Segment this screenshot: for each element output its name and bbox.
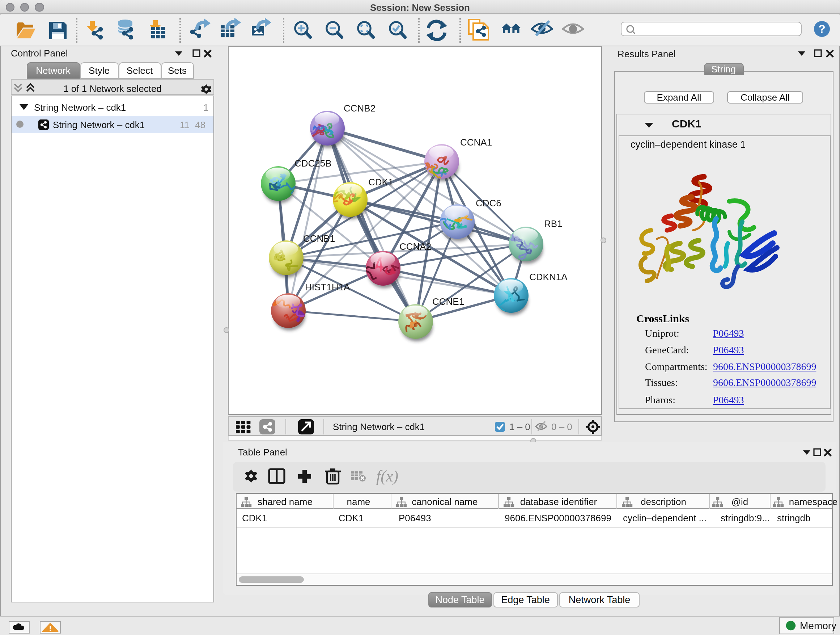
svg-text:name: name [346, 496, 370, 507]
svg-text:CCNE1: CCNE1 [432, 296, 464, 307]
svg-text:RB1: RB1 [544, 218, 562, 229]
svg-text:description: description [640, 496, 686, 507]
svg-text:CCNA1: CCNA1 [460, 137, 492, 148]
svg-text:namespace: namespace [789, 496, 837, 507]
svg-text:shared name: shared name [257, 496, 312, 507]
svg-text:CCNB2: CCNB2 [344, 103, 376, 114]
svg-text:CDC6: CDC6 [476, 198, 501, 209]
svg-text:HIST1H1A: HIST1H1A [305, 282, 350, 293]
svg-text:@id: @id [731, 496, 748, 507]
svg-text:CDKN1A: CDKN1A [529, 272, 568, 282]
svg-text:CCNB1: CCNB1 [303, 233, 335, 244]
svg-text:CDC25B: CDC25B [294, 158, 332, 169]
svg-text:canonical name: canonical name [411, 496, 477, 507]
svg-text:?: ? [818, 22, 826, 35]
svg-text:CDK1: CDK1 [368, 177, 393, 187]
svg-text:f(x): f(x) [376, 467, 398, 485]
svg-text:0 – 0: 0 – 0 [551, 421, 572, 432]
svg-text:database identifier: database identifier [520, 496, 597, 507]
svg-text:CCNA2: CCNA2 [399, 241, 431, 252]
svg-text:1 – 0: 1 – 0 [509, 421, 531, 432]
